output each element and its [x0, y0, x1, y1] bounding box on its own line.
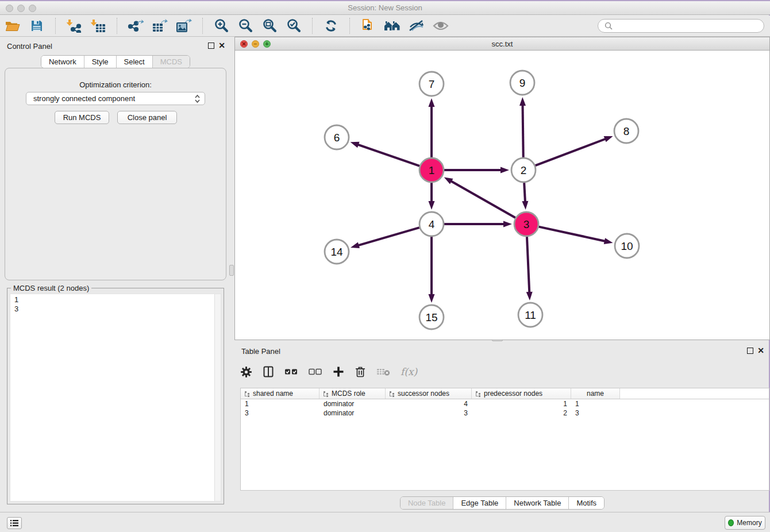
- import-network-icon[interactable]: [64, 17, 84, 35]
- control-panel-title: Control Panel: [7, 42, 52, 51]
- toolbar-separator: [117, 18, 117, 34]
- edge-1-6[interactable]: [357, 144, 419, 165]
- hide-style-icon[interactable]: [407, 17, 426, 35]
- run-mcds-button[interactable]: Run MCDS: [55, 111, 109, 124]
- select-all-columns-icon[interactable]: [284, 368, 298, 376]
- task-history-button[interactable]: [7, 517, 22, 529]
- close-table-panel-icon[interactable]: ✕: [757, 348, 764, 354]
- import-table-icon[interactable]: [88, 17, 108, 35]
- optimization-criterion-label: Optimization criterion:: [5, 80, 226, 89]
- export-table-icon[interactable]: [150, 17, 170, 35]
- export-image-icon[interactable]: [174, 17, 194, 35]
- table-header: shared nameMCDS rolesuccessor nodesprede…: [241, 388, 769, 399]
- edge-arrowhead: [526, 292, 533, 300]
- edge-4-14[interactable]: [357, 228, 419, 245]
- tab-select[interactable]: Select: [116, 56, 152, 68]
- edge-arrowhead: [503, 221, 512, 228]
- table-row[interactable]: 1dominator411: [241, 399, 769, 408]
- column-header-shared-name[interactable]: shared name: [241, 388, 319, 399]
- gear-icon[interactable]: [240, 366, 252, 378]
- result-scrollbar[interactable]: [214, 294, 221, 501]
- edge-3-1[interactable]: [451, 181, 515, 218]
- search-input[interactable]: [598, 19, 764, 33]
- optimization-criterion-select[interactable]: strongly connected component: [26, 92, 205, 105]
- window-title: Session: New Session: [0, 3, 770, 12]
- toolbar-separator: [349, 18, 350, 34]
- zoom-fit-icon[interactable]: [260, 17, 279, 35]
- window-titlebar: Session: New Session: [0, 1, 770, 15]
- refresh-icon[interactable]: [321, 17, 341, 35]
- zoom-out-icon[interactable]: [236, 17, 255, 35]
- edge-arrowhead: [429, 294, 435, 303]
- edge-arrowhead: [519, 97, 526, 106]
- network-window-title: scc.txt: [235, 40, 769, 48]
- edge-arrowhead: [604, 136, 613, 142]
- table-cell: 3: [241, 408, 319, 418]
- save-icon[interactable]: [27, 17, 47, 35]
- network-window: ✕ − + scc.txt 7968124314101511: [234, 37, 770, 340]
- graph-node-label: 15: [425, 311, 437, 323]
- main-toolbar: [0, 16, 770, 37]
- tab-network-table[interactable]: Network Table: [506, 497, 568, 509]
- edge-arrowhead: [522, 201, 528, 210]
- delete-column-icon[interactable]: [355, 365, 366, 378]
- toolbar-separator: [312, 18, 313, 34]
- list-icon: [10, 519, 19, 527]
- export-network-icon[interactable]: [126, 17, 145, 35]
- tab-motifs[interactable]: Motifs: [568, 497, 604, 509]
- open-folder-icon[interactable]: [3, 17, 22, 35]
- graph-node-label: 4: [429, 218, 435, 230]
- table-cell: dominator: [319, 399, 386, 408]
- add-column-icon[interactable]: [333, 366, 344, 377]
- graph-node-label: 7: [429, 78, 435, 90]
- split-column-icon[interactable]: [263, 366, 274, 377]
- close-panel-icon[interactable]: ✕: [218, 43, 225, 49]
- result-item: 3: [14, 304, 221, 314]
- edge-2-3[interactable]: [524, 183, 525, 202]
- tab-mcds[interactable]: MCDS: [152, 56, 190, 68]
- edge-arrowhead: [429, 201, 435, 210]
- column-header-predecessor-nodes[interactable]: predecessor nodes: [472, 388, 571, 399]
- zoom-selected-icon[interactable]: [284, 17, 303, 35]
- table-cell: 3: [386, 408, 472, 418]
- tab-node-table[interactable]: Node Table: [401, 497, 453, 509]
- home-icon[interactable]: [383, 17, 402, 35]
- zoom-in-icon[interactable]: [211, 17, 231, 35]
- mcds-result-group: MCDS result (2 nodes) 13: [7, 288, 224, 504]
- column-header-MCDS-role[interactable]: MCDS role: [319, 388, 386, 399]
- table-panel: Table Panel ✕ f(x) shared nameMCDS roles…: [234, 342, 770, 511]
- network-window-titlebar[interactable]: ✕ − + scc.txt: [235, 37, 769, 51]
- show-style-icon[interactable]: [431, 17, 451, 35]
- unselect-all-columns-icon[interactable]: [309, 368, 322, 376]
- float-panel-icon[interactable]: [208, 43, 214, 49]
- tab-edge-table[interactable]: Edge Table: [453, 497, 506, 509]
- column-header-successor-nodes[interactable]: successor nodes: [386, 388, 472, 399]
- mcds-panel: Optimization criterion: strongly connect…: [5, 68, 226, 280]
- graph-node-label: 10: [621, 240, 633, 252]
- network-canvas[interactable]: 7968124314101511: [235, 51, 769, 340]
- edge-3-11[interactable]: [527, 237, 529, 293]
- column-header-name[interactable]: name: [571, 388, 620, 399]
- toolbar-separator: [202, 18, 203, 34]
- graph-node-label: 11: [525, 309, 536, 321]
- mcds-result-list[interactable]: 13: [10, 294, 221, 502]
- graph-node-label: 3: [523, 218, 530, 230]
- mcds-result-title: MCDS result (2 nodes): [11, 284, 91, 292]
- close-panel-button[interactable]: Close panel: [117, 111, 177, 124]
- graph-node-label: 8: [623, 125, 630, 137]
- tab-network[interactable]: Network: [41, 56, 84, 68]
- edge-2-9[interactable]: [523, 105, 523, 157]
- float-table-panel-icon[interactable]: [747, 348, 753, 354]
- edge-arrowhead: [444, 177, 453, 184]
- edge-2-8[interactable]: [536, 138, 606, 165]
- table-cell: 1: [571, 399, 620, 408]
- edge-arrowhead: [429, 98, 435, 107]
- memory-button[interactable]: Memory: [725, 516, 765, 530]
- table-cell: 2: [472, 408, 571, 418]
- tab-style[interactable]: Style: [84, 56, 116, 68]
- edge-3-10[interactable]: [538, 227, 605, 241]
- table-tabs: Node TableEdge TableNetwork TableMotifs: [400, 496, 605, 510]
- clone-network-icon[interactable]: [359, 17, 378, 35]
- memory-status-icon: [728, 519, 734, 526]
- table-row[interactable]: 3dominator323: [241, 408, 769, 418]
